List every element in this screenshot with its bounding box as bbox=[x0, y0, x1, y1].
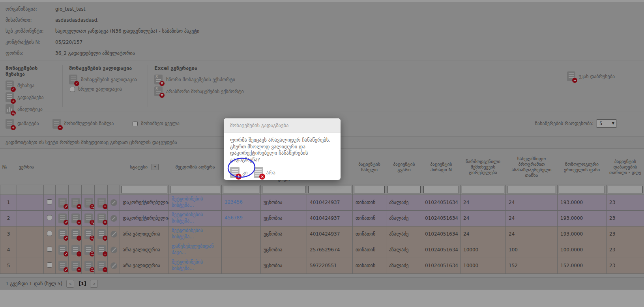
send-data-dialog: მონაცემების გადაგზავნა ფორმა შეიცავს არა… bbox=[224, 118, 341, 180]
yes-icon: + bbox=[230, 167, 240, 178]
confirm-no-button[interactable]: × არა bbox=[254, 167, 275, 178]
no-icon: × bbox=[254, 167, 263, 178]
application-window: ორგანიზაცია:gio_test_testმისამართი:asdas… bbox=[0, 0, 644, 307]
confirm-yes-button[interactable]: + კი bbox=[230, 167, 247, 178]
dialog-message: ფორმა შეიცავს არავალიდურ ჩანაწერებს, გსუ… bbox=[224, 133, 341, 163]
yes-label: კი bbox=[242, 170, 247, 176]
dialog-title: მონაცემების გადაგზავნა bbox=[224, 118, 341, 133]
dialog-actions: + კი × არა bbox=[224, 163, 341, 180]
no-label: არა bbox=[266, 170, 275, 176]
